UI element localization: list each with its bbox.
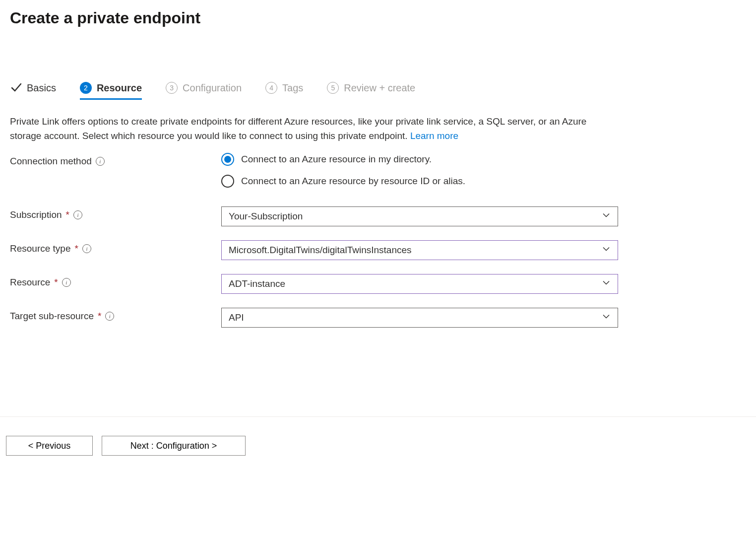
check-icon [10,82,22,94]
previous-button[interactable]: < Previous [6,436,93,456]
tab-configuration[interactable]: 3 Configuration [166,82,242,100]
resource-form: Connection method i Connect to an Azure … [0,143,756,328]
chevron-down-icon [602,312,611,324]
subscription-select[interactable]: Your-Subscription [221,206,618,226]
info-icon[interactable]: i [73,210,82,219]
tab-review-create[interactable]: 5 Review + create [327,82,415,100]
radio-circle-icon [221,175,234,188]
description-text: Private Link offers options to create pr… [0,100,615,143]
tab-tags[interactable]: 4 Tags [265,82,303,100]
label-text: Target sub-resource [10,311,94,322]
info-icon[interactable]: i [82,244,91,253]
next-button[interactable]: Next : Configuration > [102,436,246,456]
learn-more-link[interactable]: Learn more [410,131,458,141]
radio-label: Connect to an Azure resource in my direc… [241,154,432,165]
tab-label: Configuration [183,82,242,94]
label-resource-type: Resource type * i [10,240,221,254]
tab-resource[interactable]: 2 Resource [80,82,142,100]
tab-basics[interactable]: Basics [10,82,56,100]
wizard-footer: < Previous Next : Configuration > [0,416,756,456]
label-subscription: Subscription * i [10,206,221,220]
selected-value: Your-Subscription [229,211,303,222]
label-text: Subscription [10,209,62,220]
resource-type-select[interactable]: Microsoft.DigitalTwins/digitalTwinsInsta… [221,240,618,260]
target-sub-resource-select[interactable]: API [221,308,618,328]
radio-label: Connect to an Azure resource by resource… [241,176,465,187]
tab-number: 5 [327,82,339,94]
tab-label: Resource [97,82,142,94]
resource-select[interactable]: ADT-instance [221,274,618,294]
chevron-down-icon [602,278,611,290]
label-target-sub-resource: Target sub-resource * i [10,308,221,322]
label-connection-method: Connection method i [10,153,221,167]
required-marker: * [66,209,69,220]
chevron-down-icon [602,245,611,256]
label-text: Resource type [10,243,71,254]
required-marker: * [54,277,58,288]
chevron-down-icon [602,211,611,222]
info-icon[interactable]: i [96,157,105,166]
info-icon[interactable]: i [62,278,71,287]
label-text: Connection method [10,156,92,167]
required-marker: * [75,243,78,254]
required-marker: * [98,311,101,322]
radio-connect-resource-id[interactable]: Connect to an Azure resource by resource… [221,175,618,188]
selected-value: API [229,312,244,323]
selected-value: Microsoft.DigitalTwins/digitalTwinsInsta… [229,245,412,256]
page-title: Create a private endpoint [0,0,756,27]
tab-number: 3 [166,82,178,94]
label-text: Resource [10,277,50,288]
info-icon[interactable]: i [105,312,114,321]
tab-number: 2 [80,82,92,94]
label-resource: Resource * i [10,274,221,288]
selected-value: ADT-instance [229,278,285,289]
tab-label: Tags [282,82,303,94]
tab-label: Review + create [344,82,415,94]
description-body: Private Link offers options to create pr… [10,116,586,141]
tab-number: 4 [265,82,277,94]
wizard-tabs: Basics 2 Resource 3 Configuration 4 Tags… [0,82,756,100]
radio-circle-icon [221,153,234,166]
radio-connect-directory[interactable]: Connect to an Azure resource in my direc… [221,153,618,166]
tab-label: Basics [27,82,56,94]
